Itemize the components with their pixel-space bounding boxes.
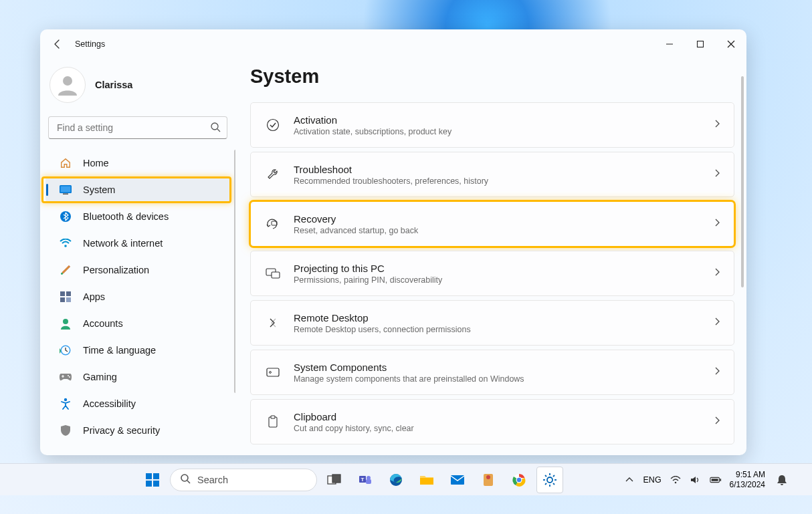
svg-point-60	[674, 481, 676, 483]
taskbar-app-chrome[interactable]	[506, 467, 532, 493]
svg-point-23	[268, 120, 279, 131]
maximize-icon	[696, 40, 704, 48]
taskbar-clock[interactable]: 9:51 AM 6/13/2024	[730, 470, 765, 489]
svg-line-58	[553, 475, 554, 477]
sidebar-item-label: Bluetooth & devices	[83, 211, 169, 222]
window-title: Settings	[75, 39, 105, 49]
svg-rect-14	[66, 291, 71, 296]
avatar	[49, 67, 86, 103]
taskbar-search[interactable]: Search	[170, 469, 317, 491]
maximize-button[interactable]	[685, 29, 716, 59]
sidebar-item-label: Time & language	[83, 345, 156, 356]
sidebar-item-bluetooth[interactable]: Bluetooth & devices	[45, 203, 231, 230]
clock-date: 6/13/2024	[730, 480, 765, 489]
svg-point-35	[181, 475, 188, 481]
sidebar-item-time[interactable]: Time & language	[45, 337, 231, 364]
person-icon	[56, 73, 80, 97]
chrome-icon	[512, 473, 526, 487]
card-subtitle: Reset, advanced startup, go back	[294, 226, 714, 235]
check-circle-icon	[264, 118, 282, 132]
profile-block[interactable]: Clarissa	[40, 59, 235, 116]
taskbar: Search T ENG	[0, 463, 812, 495]
tray-language[interactable]: ENG	[643, 475, 662, 485]
svg-line-57	[553, 483, 554, 485]
gamepad-icon	[58, 372, 74, 382]
main-pane: System Activation Activation state, subs…	[241, 59, 746, 455]
taskbar-app-edge[interactable]	[383, 467, 409, 493]
svg-rect-1	[698, 41, 704, 47]
card-title: Remote Desktop	[294, 311, 714, 325]
sidebar-item-label: Accessibility	[83, 398, 136, 409]
taskbar-app-pinned1[interactable]	[475, 467, 502, 493]
chevron-right-icon	[714, 218, 720, 230]
back-button[interactable]	[49, 36, 66, 52]
sidebar-item-gaming[interactable]: Gaming	[45, 364, 231, 390]
chevron-right-icon	[714, 416, 720, 428]
sidebar-scrollbar[interactable]	[234, 150, 235, 393]
svg-rect-32	[153, 473, 159, 479]
edge-icon	[389, 473, 403, 487]
sidebar-item-home[interactable]: Home	[45, 150, 231, 176]
minimize-button[interactable]	[654, 29, 685, 59]
close-button[interactable]	[716, 29, 746, 59]
svg-rect-44	[420, 478, 433, 485]
system-icon	[58, 185, 74, 195]
page-title: System	[250, 66, 734, 88]
card-remote-desktop[interactable]: Remote Desktop Remote Desktop users, con…	[250, 300, 734, 346]
svg-line-59	[545, 483, 546, 485]
battery-tray-icon[interactable]	[710, 474, 722, 486]
sidebar-item-label: Gaming	[83, 372, 117, 382]
sidebar-item-accessibility[interactable]: Accessibility	[45, 390, 231, 417]
sidebar-item-apps[interactable]: Apps	[45, 283, 231, 310]
taskbar-app-taskview[interactable]	[321, 467, 348, 493]
sidebar-item-system[interactable]: System	[45, 176, 231, 203]
card-clipboard[interactable]: Clipboard Cut and copy history, sync, cl…	[250, 399, 734, 444]
svg-line-36	[187, 481, 190, 483]
sidebar-item-label: Apps	[83, 291, 105, 302]
windows-logo-icon	[145, 473, 160, 487]
home-icon	[58, 157, 74, 169]
notifications-tray-icon[interactable]	[776, 474, 788, 486]
card-projecting[interactable]: Projecting to this PC Permissions, pairi…	[250, 251, 734, 296]
sidebar-item-accounts[interactable]: Accounts	[45, 310, 231, 337]
titlebar: Settings	[40, 29, 746, 59]
taskbar-app-mail[interactable]	[444, 467, 471, 493]
paint-icon	[58, 264, 74, 276]
taskbar-app-settings[interactable]	[536, 467, 563, 493]
components-icon	[264, 367, 282, 378]
svg-rect-33	[146, 481, 152, 487]
taskbar-search-label: Search	[197, 475, 228, 485]
start-button[interactable]	[139, 467, 166, 493]
svg-point-5	[211, 123, 218, 130]
card-activation[interactable]: Activation Activation state, subscriptio…	[250, 102, 734, 148]
volume-tray-icon[interactable]	[690, 474, 702, 486]
main-scrollbar[interactable]	[741, 76, 744, 287]
card-troubleshoot[interactable]: Troubleshoot Recommended troubleshooters…	[250, 152, 734, 197]
search-icon	[180, 473, 191, 486]
card-subtitle: Activation state, subscriptions, product…	[294, 127, 714, 136]
taskbar-app-teams[interactable]: T	[352, 467, 379, 493]
taskbar-app-explorer[interactable]	[413, 467, 440, 493]
svg-rect-15	[60, 297, 65, 302]
card-subtitle: Manage system components that are preins…	[294, 374, 714, 384]
svg-rect-63	[711, 479, 718, 481]
svg-point-21	[69, 376, 70, 378]
tray-overflow-icon[interactable]	[623, 474, 635, 486]
card-title: Projecting to this PC	[294, 262, 714, 275]
svg-point-17	[63, 319, 68, 324]
search-input[interactable]	[48, 116, 227, 139]
svg-line-6	[217, 129, 220, 132]
sidebar-item-privacy[interactable]: Privacy & security	[45, 417, 231, 444]
chevron-right-icon	[714, 317, 720, 329]
wifi-tray-icon[interactable]	[670, 474, 682, 486]
tray: ENG 9:51 AM 6/13/2024	[623, 470, 788, 489]
sidebar-item-network[interactable]: Network & internet	[45, 230, 231, 257]
card-recovery[interactable]: Recovery Reset, advanced startup, go bac…	[250, 201, 734, 247]
svg-point-22	[64, 398, 67, 401]
app-icon	[482, 473, 495, 487]
sidebar-item-label: Network & internet	[83, 238, 163, 249]
search-box-wrap	[48, 116, 227, 139]
card-subtitle: Recommended troubleshooters, preferences…	[294, 176, 714, 186]
card-system-components[interactable]: System Components Manage system componen…	[250, 350, 734, 395]
sidebar-item-personalization[interactable]: Personalization	[45, 257, 231, 283]
